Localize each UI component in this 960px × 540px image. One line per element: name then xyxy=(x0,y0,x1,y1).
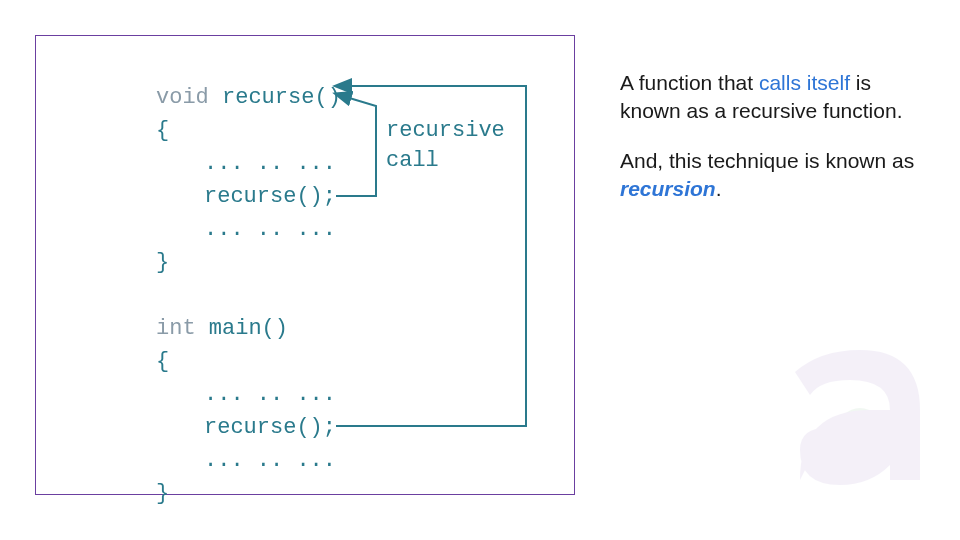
explanation-paragraph-2: And, this technique is known as recursio… xyxy=(620,147,930,204)
code-line: { xyxy=(156,345,341,378)
code-line: int main() xyxy=(156,312,341,345)
code-line: void recurse() xyxy=(156,81,341,114)
code-line: ... .. ... xyxy=(156,213,341,246)
code-diagram-box: void recurse() { ... .. ... recurse(); .… xyxy=(35,35,575,495)
code-line: { xyxy=(156,114,341,147)
recursive-call-label: recursive call xyxy=(386,116,505,175)
code-blank xyxy=(156,279,341,312)
svg-point-1 xyxy=(838,408,882,452)
explanation-paragraph-1: A function that calls itself is known as… xyxy=(620,69,930,126)
code-line: ... .. ... xyxy=(156,444,341,477)
keyword-int: int xyxy=(156,316,196,341)
keyword-void: void xyxy=(156,85,209,110)
highlight-recursion: recursion xyxy=(620,177,716,200)
code-line: recurse(); xyxy=(156,411,341,444)
explanation-text: A function that calls itself is known as… xyxy=(620,48,930,224)
watermark-letter-a-icon xyxy=(740,300,940,500)
code-line: recurse(); xyxy=(156,180,341,213)
code-line: ... .. ... xyxy=(156,147,341,180)
code-line: } xyxy=(156,477,341,510)
highlight-calls-itself: calls itself xyxy=(759,71,850,94)
code-line: ... .. ... xyxy=(156,378,341,411)
fn-main-sig: main() xyxy=(196,316,288,341)
code-block: void recurse() { ... .. ... recurse(); .… xyxy=(156,81,341,510)
code-line: } xyxy=(156,246,341,279)
fn-recurse-sig: recurse() xyxy=(209,85,341,110)
